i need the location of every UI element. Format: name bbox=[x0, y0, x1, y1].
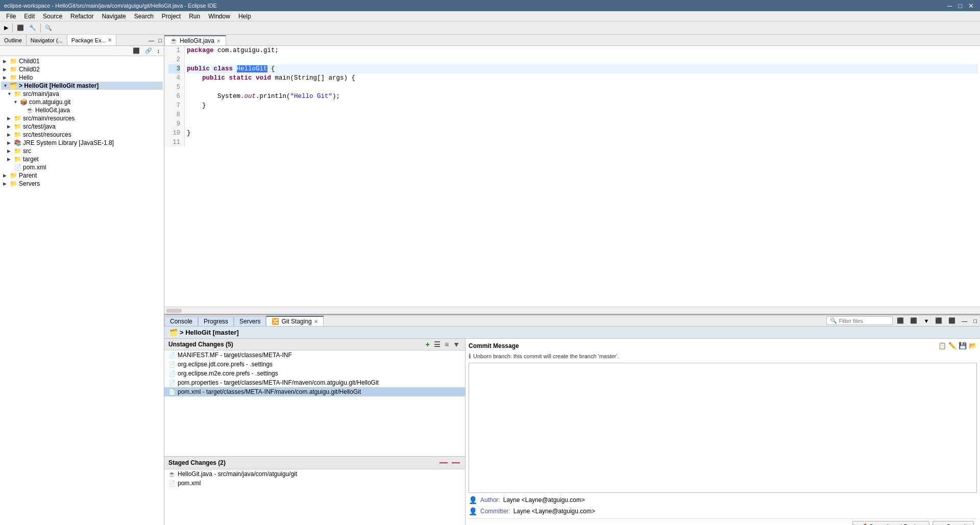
committer-icon: 👤 bbox=[469, 507, 477, 515]
git-btn-4[interactable]: ⬛ bbox=[933, 316, 944, 325]
unstaged-down-btn[interactable]: ▼ bbox=[452, 340, 461, 348]
tab-hellogit-java[interactable]: ☕ HelloGit.java ✕ bbox=[164, 35, 226, 45]
staged-header: Staged Changes (2) — — bbox=[164, 457, 465, 469]
tree-item-hellogit[interactable]: ▼ 🗂️ > HelloGit [HelloGit master] bbox=[1, 82, 163, 90]
toolbar-btn-4[interactable]: 🔍 bbox=[43, 23, 54, 33]
menu-window[interactable]: Window bbox=[204, 12, 234, 21]
tree-item-jre-library[interactable]: ▶ 📚 JRE System Library [JavaSE-1.8] bbox=[1, 139, 163, 147]
tree-item-src-test-resources[interactable]: ▶ 📁 src/test/resources bbox=[1, 131, 163, 139]
folder-icon-child02: 📁 bbox=[10, 66, 17, 73]
minimize-button[interactable]: ─ bbox=[945, 2, 954, 10]
staged-section: Staged Changes (2) — — bbox=[164, 457, 465, 525]
tree-item-com-atguigu-git[interactable]: ▼ 📦 com.atguigu.git bbox=[1, 98, 163, 106]
sidebar-sync-btn[interactable]: ↕ bbox=[155, 46, 162, 55]
sidebar: Outline Navigator (... Package Ex... ✕ —… bbox=[0, 35, 164, 525]
commit-and-push-button[interactable]: 🚀 Commit and Push... bbox=[852, 521, 929, 525]
tree-item-target[interactable]: ▶ 📁 target bbox=[1, 155, 163, 163]
tree-item-hello[interactable]: ▶ 📁 Hello bbox=[1, 73, 163, 82]
unstaged-menu-btn[interactable]: ☰ bbox=[433, 340, 442, 348]
tree-item-servers[interactable]: ▶ 📁 Servers bbox=[1, 180, 163, 188]
toolbar-btn-2[interactable]: ⬛ bbox=[15, 23, 26, 33]
staged-file-2[interactable]: 📄 pom.xml bbox=[164, 479, 465, 488]
menu-refactor[interactable]: Refactor bbox=[66, 12, 97, 21]
pom-icon-staged: 📄 bbox=[168, 480, 176, 487]
commit-panel: Commit Message 📋 ✏️ 💾 📂 ℹ bbox=[465, 339, 980, 525]
tree-item-parent[interactable]: ▶ 📁 Parent bbox=[1, 171, 163, 180]
unstaged-file-5[interactable]: 📄 pom.xml - target/classes/META-INF/mave… bbox=[164, 387, 465, 396]
committer-label: Committer: bbox=[480, 508, 510, 515]
menu-file[interactable]: File bbox=[2, 12, 20, 21]
tab-package-explorer[interactable]: Package Ex... ✕ bbox=[67, 35, 116, 45]
filter-files-input[interactable] bbox=[839, 318, 890, 324]
tree-arrow-servers: ▶ bbox=[3, 181, 8, 186]
code-line-10: } bbox=[187, 129, 978, 138]
code-line-7: } bbox=[187, 101, 978, 110]
editor-hscrollbar[interactable] bbox=[164, 307, 980, 314]
tab-package-explorer-close[interactable]: ✕ bbox=[108, 37, 112, 43]
sidebar-minimize-btn[interactable]: — bbox=[146, 35, 156, 45]
author-value: Layne <Layne@atguigu.com> bbox=[503, 496, 585, 504]
tree-item-child02[interactable]: ▶ 📁 Child02 bbox=[1, 65, 163, 73]
menu-help[interactable]: Help bbox=[234, 12, 255, 21]
git-maximize-btn[interactable]: □ bbox=[971, 316, 979, 325]
commit-save-icon[interactable]: 💾 bbox=[959, 342, 967, 349]
tab-git-staging[interactable]: 🔀 Git Staging ✕ bbox=[266, 316, 323, 326]
tree-arrow-child02: ▶ bbox=[3, 67, 8, 72]
tree-item-src-main-resources[interactable]: ▶ 📁 src/main/resources bbox=[1, 114, 163, 122]
tab-servers[interactable]: Servers bbox=[234, 316, 266, 326]
staged-file-1[interactable]: ☕ HelloGit.java - src/main/java/com/atgu… bbox=[164, 469, 465, 479]
unstaged-file-2[interactable]: 📄 org.eclipse.jdt.core.prefs - .settings bbox=[164, 360, 465, 369]
commit-prev-icon[interactable]: 📂 bbox=[969, 342, 977, 349]
menu-source[interactable]: Source bbox=[39, 12, 66, 21]
unstaged-list-btn[interactable]: ≡ bbox=[444, 340, 450, 348]
tree-arrow-com-atguigu-git: ▼ bbox=[13, 99, 18, 105]
tab-console[interactable]: Console bbox=[164, 316, 198, 326]
tree-item-src-test-java[interactable]: ▶ 📁 src/test/java bbox=[1, 122, 163, 131]
remove-all-btn[interactable]: — bbox=[438, 458, 449, 467]
commit-edit-icon[interactable]: ✏️ bbox=[948, 342, 957, 349]
editor-tab-close[interactable]: ✕ bbox=[216, 38, 220, 44]
sidebar-collapse-btn[interactable]: ⬛ bbox=[131, 46, 142, 55]
folder-icon-child01: 📁 bbox=[10, 58, 17, 65]
sidebar-link-btn[interactable]: 🔗 bbox=[143, 46, 154, 55]
folder-icon-parent: 📁 bbox=[10, 172, 17, 179]
close-button[interactable]: ✕ bbox=[966, 2, 976, 10]
tree-item-hellogit-java[interactable]: ☕ HelloGit.java bbox=[1, 106, 163, 114]
tree-item-src[interactable]: ▶ 📁 src bbox=[1, 147, 163, 155]
code-content[interactable]: package com.atguigu.git; public class He… bbox=[185, 46, 980, 147]
git-staging-tab-close[interactable]: ✕ bbox=[314, 319, 318, 324]
sidebar-maximize-btn[interactable]: □ bbox=[156, 35, 164, 45]
tree-arrow-src-test-java: ▶ bbox=[7, 124, 12, 129]
maximize-button[interactable]: □ bbox=[956, 2, 964, 10]
git-btn-3[interactable]: ▼ bbox=[921, 316, 931, 325]
add-all-btn[interactable]: + bbox=[425, 340, 431, 348]
commit-message-textarea[interactable] bbox=[469, 363, 977, 493]
tree-item-src-main-java[interactable]: ▼ 📁 src/main/java bbox=[1, 90, 163, 98]
code-editor[interactable]: 1 2 3 4 5 6 7 8 9 10 11 bbox=[164, 46, 980, 307]
code-line-8 bbox=[187, 110, 978, 119]
tab-progress[interactable]: Progress bbox=[198, 316, 234, 326]
git-btn-1[interactable]: ⬛ bbox=[895, 316, 906, 325]
git-btn-2[interactable]: ⬛ bbox=[908, 316, 919, 325]
menu-run[interactable]: Run bbox=[185, 12, 204, 21]
remove-selected-btn[interactable]: — bbox=[451, 458, 461, 467]
tab-outline[interactable]: Outline bbox=[0, 35, 27, 45]
commit-paste-icon[interactable]: 📋 bbox=[938, 342, 946, 349]
menu-search[interactable]: Search bbox=[130, 12, 158, 21]
git-btn-5[interactable]: ⬛ bbox=[946, 316, 958, 325]
toolbar-btn-1[interactable]: ▶ bbox=[2, 23, 10, 33]
tab-navigator[interactable]: Navigator (... bbox=[27, 35, 67, 45]
editor-tabs: ☕ HelloGit.java ✕ bbox=[164, 35, 980, 46]
toolbar-btn-3[interactable]: 🔧 bbox=[27, 23, 38, 33]
tree-item-child01[interactable]: ▶ 📁 Child01 bbox=[1, 57, 163, 65]
sidebar-tree: ▶ 📁 Child01 ▶ 📁 Child02 ▶ 📁 Hello ▼ 🗂️ bbox=[0, 56, 164, 525]
commit-button[interactable]: ✔ Commit bbox=[933, 521, 974, 525]
menu-edit[interactable]: Edit bbox=[20, 12, 39, 21]
git-minimize-btn[interactable]: — bbox=[960, 316, 969, 325]
menu-navigate[interactable]: Navigate bbox=[97, 12, 130, 21]
menu-project[interactable]: Project bbox=[158, 12, 185, 21]
unstaged-file-4[interactable]: 📄 pom.properties - target/classes/META-I… bbox=[164, 378, 465, 387]
unstaged-file-3[interactable]: 📄 org.eclipse.m2e.core.prefs - .settings bbox=[164, 369, 465, 378]
tree-item-pom-xml[interactable]: 📄 pom.xml bbox=[1, 163, 163, 171]
unstaged-file-1[interactable]: 📄 MANIFEST.MF - target/classes/META-INF bbox=[164, 351, 465, 360]
